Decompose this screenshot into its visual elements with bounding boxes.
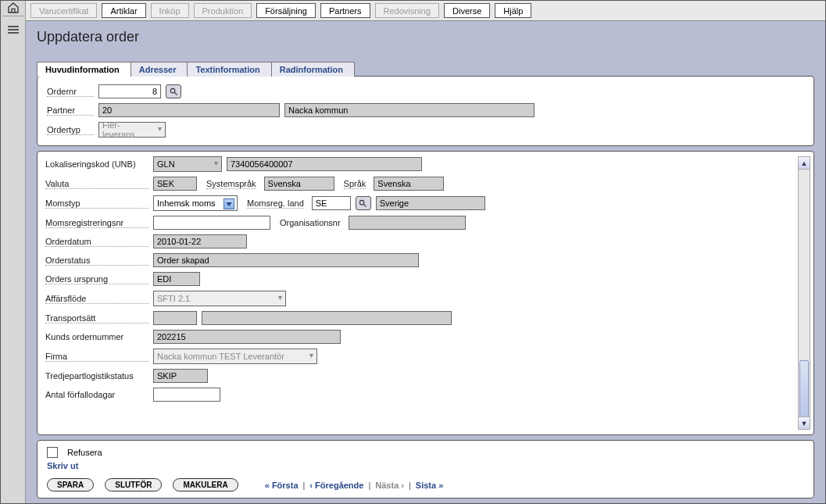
kundorder-label: Kunds ordernummer [45,332,148,341]
orderstatus-value: Order skapad [153,253,419,267]
ursprung-label: Orders ursprung [45,274,148,284]
nav-forsaljning[interactable]: Försäljning [256,3,316,18]
kundorder-value: 202215 [153,330,341,344]
momstyp-select[interactable]: Inhemsk moms [153,195,238,211]
forfallo-label: Antal förfallodagar [45,390,148,399]
tpl-label: Tredjepartlogistikstatus [45,371,148,381]
ordernr-input[interactable]: 8 [98,84,161,98]
ordernr-lookup-button[interactable] [166,84,181,98]
partner-code: 20 [98,103,280,117]
transportsatt-code [153,311,197,325]
transportsatt-label: Transportsätt [45,313,148,323]
ordertyp-select: Fler-leverans [98,122,166,138]
pager-next[interactable]: Nästa › [375,481,404,490]
pager-prev[interactable]: ‹ Föregående [309,481,363,490]
momsregland-name: Sverige [376,196,485,210]
nav-partners[interactable]: Partners [320,3,370,18]
scroll-thumb[interactable] [799,360,809,423]
momsregland-lookup-button[interactable] [356,196,371,210]
refusera-label: Refusera [67,448,102,457]
left-gutter [1,1,26,503]
svg-line-3 [363,204,366,206]
spara-button[interactable]: SPARA [47,478,94,491]
top-nav: Varucertifikat Artiklar Inköp Produktion… [26,1,825,21]
orderstatus-label: Orderstatus [45,256,148,266]
nav-varucertifikat: Varucertifikat [30,3,97,18]
lokkod-label: Lokaliseringskod (UNB) [45,159,148,169]
skrivut-link[interactable]: Skriv ut [47,461,78,470]
scroll-down-icon[interactable]: ▼ [799,416,810,429]
nav-produktion: Produktion [194,3,252,18]
makulera-button[interactable]: MAKULERA [173,478,238,491]
nav-artiklar[interactable]: Artiklar [102,3,145,18]
sprak-value: Svenska [374,177,444,191]
magnifier-icon [170,88,178,96]
momsregland-label: Momsreg. land [247,198,304,209]
partner-name: Nacka kommun [284,103,535,117]
systemsprak-value: Svenska [264,177,334,191]
nav-inkop: Inköp [151,3,189,18]
momstyp-label: Momstyp [45,198,148,209]
page-title: Uppdatera order [37,29,814,45]
sprak-label: Språk [344,179,367,189]
firma-label: Firma [45,352,148,362]
header-panel: Ordernr 8 Partner 20 Nacka kommun Ordert… [37,76,814,146]
partner-label: Partner [47,105,94,116]
tab-textinformation[interactable]: Textinformation [187,62,271,77]
pager-last[interactable]: Sista » [416,481,443,490]
details-panel: Lokaliseringskod (UNB) GLN 7340056400007… [37,151,814,435]
affarsflode-select: SFTI 2.1 [153,291,286,306]
magnifier-icon [359,199,367,208]
refusera-checkbox[interactable] [47,447,58,458]
scrollbar[interactable]: ▲ ▼ [798,156,810,430]
svg-point-2 [360,200,365,205]
home-icon[interactable] [2,2,24,16]
pager-first[interactable]: « Första [265,481,299,490]
nav-hjalp[interactable]: Hjälp [495,3,531,18]
tabstrip: Huvudinformation Adresser Textinformatio… [37,59,814,77]
nav-redovisning: Redovisning [375,3,440,18]
svg-line-1 [174,92,177,95]
svg-point-0 [170,88,175,93]
firma-select: Nacka kommun TEST Leverantör [153,349,317,364]
valuta-label: Valuta [45,179,148,189]
orderdatum-value: 2010-01-22 [153,234,247,248]
scroll-up-icon[interactable]: ▲ [799,157,810,170]
footer-panel: Refusera Skriv ut SPARA SLUTFÖR MAKULERA… [37,440,814,499]
valuta-value: SEK [153,177,197,191]
ordertyp-label: Ordertyp [47,125,94,135]
tpl-value: SKIP [153,369,208,383]
momsregnr-label: Momsregistreringsnr [45,218,148,228]
nav-diverse[interactable]: Diverse [444,3,490,18]
momsregnr-input[interactable] [153,216,270,230]
lokkod-value: 7340056400007 [227,157,422,171]
orgnr-label: Organisationsnr [280,218,341,227]
ursprung-value: EDI [153,272,200,286]
menu-icon[interactable] [8,26,19,34]
momsregland-code-input[interactable]: SE [312,196,351,210]
orderdatum-label: Orderdatum [45,237,148,247]
systemsprak-label: Systemspråk [206,179,256,189]
tab-radinformation[interactable]: Radinformation [271,62,355,77]
affarsflode-label: Affärsflöde [45,294,148,304]
ordernr-label: Ordernr [47,87,94,97]
tab-huvudinformation[interactable]: Huvudinformation [37,62,131,77]
forfallo-input[interactable] [153,388,220,402]
orgnr-value [349,216,466,230]
tab-adresser[interactable]: Adresser [131,62,188,77]
lokkod-type-select[interactable]: GLN [153,156,222,172]
slutfor-button[interactable]: SLUTFÖR [105,478,162,491]
transportsatt-name [202,311,452,325]
